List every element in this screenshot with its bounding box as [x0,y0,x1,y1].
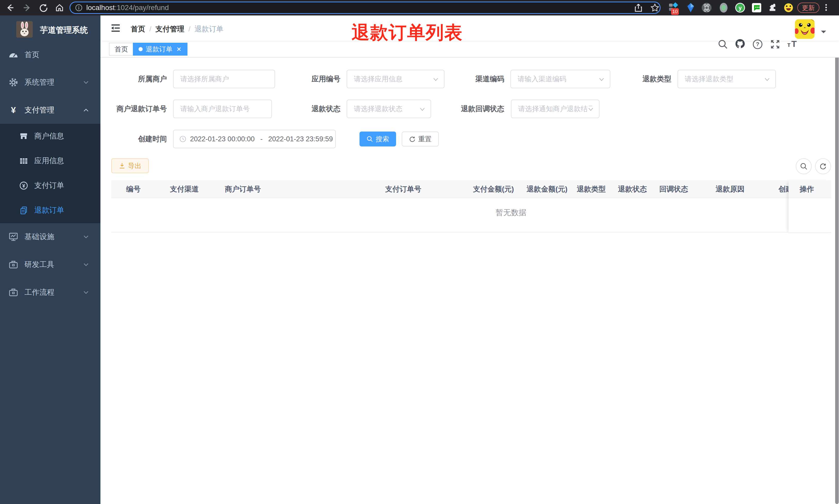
breadcrumb-pay[interactable]: 支付管理 [156,25,184,33]
search-icon [800,162,808,170]
tab-refund-order[interactable]: 退款订单 [133,43,188,56]
app-title: 芋道管理系统 [40,25,88,36]
create-time-range-picker[interactable]: 2022-01-23 00:00:00 - 2022-01-23 23:59:5… [173,130,336,148]
date-separator: - [260,135,263,143]
extension-chat-icon[interactable] [751,3,762,13]
filter-label-app: 应用编号 [273,70,340,88]
browser-back-icon[interactable] [6,3,14,12]
sidebar-item-workflow[interactable]: 工作流程 [0,280,101,305]
extension-command-icon[interactable] [701,3,712,13]
reset-button[interactable]: 重置 [402,131,439,146]
sidebar-item-home[interactable]: 首页 [0,42,101,67]
svg-text:T: T [791,39,797,49]
col-refund-reason: 退款原因 [716,180,745,198]
channel-select-input[interactable] [511,70,610,88]
extension-tab-manager-icon[interactable]: 10 [668,3,679,13]
filter-label-notify-status: 退款回调状态 [438,100,504,118]
sidebar: 芋道管理系统 首页 系统管理 ¥ 支付管理 商户信息 应用信息 [0,15,101,504]
tab-home[interactable]: 首页 [109,43,133,56]
col-id: 编号 [126,180,141,198]
browser-update-button[interactable]: 更新 [797,3,819,13]
toggle-search-button[interactable] [796,158,812,174]
extension-emoji-icon[interactable] [783,3,794,13]
app-logo [16,21,33,38]
browser-reload-icon[interactable] [39,3,48,12]
chevron-down-icon [83,289,89,295]
sidebar-item-app-info[interactable]: 应用信息 [0,148,101,173]
notify-status-select[interactable] [511,100,600,118]
yen-icon: ¥ [8,105,18,115]
app-select-input[interactable] [347,70,444,88]
browser-menu-icon[interactable] [825,3,827,12]
page-scrollbar[interactable] [835,15,839,504]
chevron-down-icon [83,262,89,268]
sidebar-item-dev-tools[interactable]: 研发工具 [0,252,101,277]
col-action: 操作 [800,180,814,198]
briefcase-icon [8,288,18,297]
col-pay-amount: 支付金额(元) [473,180,514,198]
share-icon[interactable] [634,3,643,12]
fullscreen-icon[interactable] [769,39,781,50]
sidebar-toggle-icon[interactable] [110,23,121,34]
sidebar-item-pay-order[interactable]: ¥ 支付订单 [0,173,101,198]
notify-status-select-input[interactable] [512,100,599,118]
yen-circle-icon: ¥ [19,181,28,190]
col-refund-type: 退款类型 [577,180,606,198]
sidebar-item-pay[interactable]: ¥ 支付管理 [0,98,101,123]
app-select[interactable] [346,70,445,88]
refund-status-select-input[interactable] [347,100,431,118]
channel-select[interactable] [511,70,610,88]
site-info-icon[interactable] [75,4,83,12]
chevron-down-icon [83,234,89,240]
caret-down-icon[interactable] [820,30,827,34]
search-icon[interactable] [717,39,729,50]
chevron-down-icon [599,76,605,83]
browser-home-icon[interactable] [55,3,64,12]
address-bar[interactable]: localhost:1024/pay/refund [70,2,661,14]
github-icon[interactable] [734,38,746,50]
browser-chrome: localhost:1024/pay/refund 10 y [0,0,839,15]
breadcrumb-separator: / [189,25,191,33]
col-merchant-order-no: 商户订单号 [225,180,261,198]
logo-row[interactable]: 芋道管理系统 [0,15,101,43]
dashboard-icon [8,50,18,60]
extension-yudao-icon[interactable]: y [735,3,745,13]
pay-submenu: 商户信息 应用信息 ¥ 支付订单 退款订单 [0,124,101,223]
grid-icon [19,157,28,165]
main-content: 所属商户 应用编号 渠道编码 退款类型 商户退款订单号 退款状态 退款 [101,58,839,504]
reset-button-label: 重置 [418,134,432,144]
chevron-down-icon [419,106,425,112]
avatar[interactable] [795,19,815,39]
font-size-icon[interactable]: тT [786,39,798,50]
merchant-select[interactable] [173,70,275,88]
refund-status-select[interactable] [346,100,431,118]
tab-close-icon[interactable] [176,46,182,52]
help-icon[interactable]: ? [752,39,763,50]
refund-type-select[interactable] [678,70,776,88]
bookmark-star-icon[interactable] [650,3,659,12]
sidebar-item-label: 支付订单 [34,180,64,191]
refund-type-select-input[interactable] [678,70,775,88]
clock-icon [179,136,186,143]
extension-recorder-icon[interactable] [718,3,729,13]
sidebar-item-label: 工作流程 [24,287,54,298]
search-button[interactable]: 搜索 [359,131,396,146]
merchant-refund-no-input[interactable] [174,100,271,118]
table-fixed-action-column: 操作 [788,180,831,233]
merchant-select-input[interactable] [174,70,274,88]
browser-forward-icon[interactable] [23,3,31,12]
breadcrumb-home[interactable]: 首页 [131,25,145,33]
svg-text:?: ? [756,41,759,47]
sidebar-item-label: 首页 [24,50,39,60]
filter-label-merchant-refund-no: 商户退款订单号 [101,100,167,118]
svg-text:т: т [787,41,790,48]
merchant-refund-no-input-box[interactable] [173,100,272,118]
extension-puzzle-icon[interactable] [768,3,778,13]
export-button[interactable]: 导出 [111,158,149,173]
sidebar-item-infra[interactable]: 基础设施 [0,224,101,249]
sidebar-item-refund-order[interactable]: 退款订单 [0,198,101,223]
extension-gem-icon[interactable] [685,3,696,13]
sidebar-item-system[interactable]: 系统管理 [0,70,101,95]
refresh-table-button[interactable] [815,158,831,174]
sidebar-item-merchant-info[interactable]: 商户信息 [0,124,101,148]
